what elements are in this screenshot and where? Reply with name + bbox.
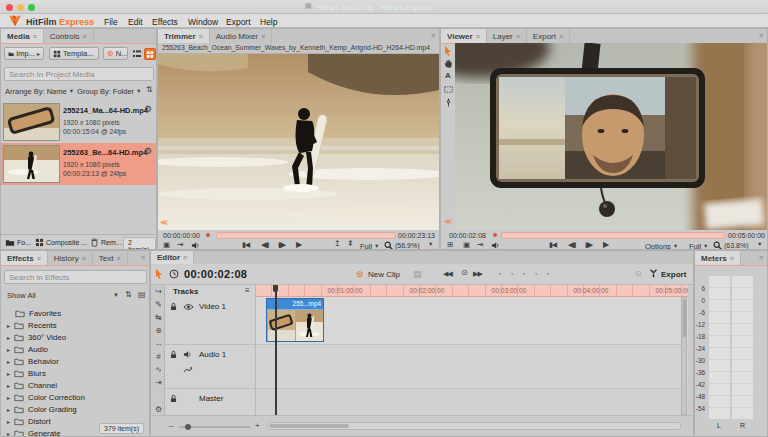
- zoom-slider-thumb[interactable]: [185, 424, 191, 430]
- playhead[interactable]: [275, 285, 277, 415]
- previous-frame-icon[interactable]: ◀▮: [261, 241, 268, 248]
- viewer-zoom-level[interactable]: (63.8%): [724, 242, 749, 249]
- remove-button[interactable]: Rem...: [101, 239, 122, 246]
- effects-folder-color-grading[interactable]: ▸Color Grading: [1, 404, 149, 415]
- menu-item-file[interactable]: File: [104, 17, 118, 27]
- panel-menu-icon[interactable]: ≡: [730, 255, 734, 262]
- media-item-beach-clip[interactable]: 255263_Be...64-HD.mp4 1920 x 1080 pixels…: [1, 143, 156, 185]
- list-view-icon[interactable]: ▤: [138, 291, 146, 299]
- set-out-point-icon[interactable]: ⇞: [347, 240, 354, 248]
- lock-icon[interactable]: [169, 350, 178, 359]
- menu-item-edit[interactable]: Edit: [128, 17, 143, 27]
- expander-icon[interactable]: ▸: [7, 407, 10, 413]
- composite-shot-icon[interactable]: [35, 238, 44, 247]
- tab-history[interactable]: History≡: [48, 251, 93, 265]
- rate-stretch-tool-icon[interactable]: #: [153, 352, 164, 361]
- panel-menu-icon[interactable]: ≡: [431, 29, 439, 43]
- panel-menu-icon[interactable]: ≡: [83, 33, 87, 40]
- text-tool-icon[interactable]: A: [445, 72, 451, 80]
- panel-menu-icon[interactable]: ≡: [759, 29, 767, 43]
- next-frame-icon[interactable]: ▮▶: [278, 241, 285, 248]
- tab-editor[interactable]: Editor≡: [151, 251, 194, 264]
- expander-icon[interactable]: ▸: [7, 359, 10, 365]
- zoom-magnifier-icon[interactable]: [384, 241, 393, 250]
- tab-media[interactable]: Media≡: [1, 29, 44, 43]
- previous-frame-icon[interactable]: ◀▮: [568, 241, 575, 248]
- panel-resize-indicator[interactable]: ≪: [160, 218, 168, 227]
- panel-menu-icon[interactable]: ≡: [141, 251, 149, 265]
- effects-folder-recents[interactable]: ▸Recents: [1, 320, 149, 331]
- refresh-icon[interactable]: ⊙: [635, 269, 642, 278]
- folder-icon[interactable]: [5, 238, 15, 247]
- arrange-by-dropdown[interactable]: Arrange By: Name ▼: [5, 87, 74, 96]
- slip-tool-icon[interactable]: ↹: [153, 313, 164, 322]
- pen-tool-icon[interactable]: [444, 98, 453, 107]
- menu-item-effects[interactable]: Effects: [152, 17, 178, 27]
- trimmer-zoom-level[interactable]: (56.9%): [395, 242, 420, 249]
- slice-tool-icon[interactable]: ⇥: [153, 378, 164, 387]
- effects-filter-dropdown[interactable]: Show All: [7, 291, 36, 300]
- trimmer-scrubber[interactable]: [216, 232, 396, 239]
- speaker-icon[interactable]: [183, 350, 192, 359]
- trash-icon[interactable]: [90, 238, 99, 247]
- tab-trimmer[interactable]: Trimmer≡: [158, 29, 210, 43]
- select-tool-icon[interactable]: [155, 269, 163, 279]
- zoom-magnifier-icon[interactable]: [713, 241, 722, 250]
- gear-icon[interactable]: ⚙: [144, 105, 152, 114]
- audio-track-header[interactable]: Audio 1: [165, 345, 256, 389]
- tab-controls[interactable]: Controls≡: [44, 29, 94, 43]
- go-to-start-icon[interactable]: ▮◀: [549, 241, 556, 248]
- list-view-icon[interactable]: [132, 49, 142, 59]
- play-icon[interactable]: ▶: [603, 241, 609, 249]
- tab-effects[interactable]: Effects≡: [1, 251, 48, 265]
- hand-tool-icon[interactable]: ↪: [153, 287, 164, 296]
- rewind-icon[interactable]: ◀◀: [443, 270, 452, 277]
- send-to-timeline-icon[interactable]: ⇥: [177, 241, 183, 249]
- lock-icon[interactable]: [169, 302, 178, 311]
- expander-icon[interactable]: ▸: [7, 347, 10, 353]
- master-track-header[interactable]: Master: [165, 389, 256, 415]
- loop-playback-icon[interactable]: ▣: [163, 241, 170, 249]
- chevron-down-icon[interactable]: ▼: [113, 292, 119, 298]
- panel-menu-icon[interactable]: ≡: [33, 33, 37, 40]
- zoom-out-icon[interactable]: –: [169, 422, 173, 430]
- chevron-down-icon[interactable]: ▼: [428, 242, 433, 248]
- panel-menu-icon[interactable]: ≡: [183, 254, 187, 261]
- expander-icon[interactable]: ▸: [7, 431, 10, 437]
- timeline-zoom-slider[interactable]: [179, 426, 251, 428]
- panel-menu-icon[interactable]: ≡: [37, 255, 41, 262]
- play-icon[interactable]: ▶: [296, 241, 302, 249]
- ripple-tool-icon[interactable]: ↔: [153, 339, 164, 348]
- next-frame-icon[interactable]: ▮▶: [585, 241, 592, 248]
- editor-timecode[interactable]: 00:00:02:08: [184, 268, 247, 280]
- export-button[interactable]: Export: [661, 270, 686, 279]
- effects-folder-audio[interactable]: ▸Audio: [1, 344, 149, 355]
- loop-playback-icon[interactable]: ▣: [463, 241, 470, 249]
- effects-folder-blurs[interactable]: ▸Blurs: [1, 368, 149, 379]
- video-track-header[interactable]: Video 1: [165, 297, 256, 345]
- go-to-start-icon[interactable]: ▮◀: [242, 241, 249, 248]
- eye-icon[interactable]: [183, 303, 194, 311]
- effects-folder-behavior[interactable]: ▸Behavior: [1, 356, 149, 367]
- menu-item-help[interactable]: Help: [260, 17, 277, 27]
- panel-menu-icon[interactable]: ≡: [82, 255, 86, 262]
- panel-menu-icon[interactable]: ≡: [261, 33, 265, 40]
- media-item-mirror-clip[interactable]: 255214_Ma...64-HD.mp4 1920 x 1080 pixels…: [1, 101, 156, 143]
- import-button[interactable]: Imp... ▸: [4, 47, 44, 60]
- audio-track-lane[interactable]: [256, 345, 688, 389]
- master-track-lane[interactable]: [256, 389, 688, 415]
- close-window-button[interactable]: [6, 4, 13, 11]
- envelope-tool-icon[interactable]: ∿: [153, 365, 164, 374]
- tab-export[interactable]: Export≡: [527, 29, 570, 43]
- panel-menu-icon[interactable]: ≡: [476, 33, 480, 40]
- pencil-tool-icon[interactable]: ✎: [153, 300, 164, 309]
- tracks-menu-icon[interactable]: ≡: [245, 287, 250, 295]
- timeline-ruler[interactable]: 00:01:00:00 00:02:00:00 00:03:00:00 00:0…: [256, 285, 688, 297]
- expander-icon[interactable]: ▸: [7, 335, 10, 341]
- speaker-icon[interactable]: [491, 241, 500, 250]
- panel-menu-icon[interactable]: ≡: [559, 33, 563, 40]
- effects-search-input[interactable]: [4, 270, 147, 284]
- select-tool-icon[interactable]: [444, 46, 452, 56]
- sync-icon[interactable]: [183, 365, 193, 375]
- timeline-horizontal-scrollbar[interactable]: [267, 422, 681, 430]
